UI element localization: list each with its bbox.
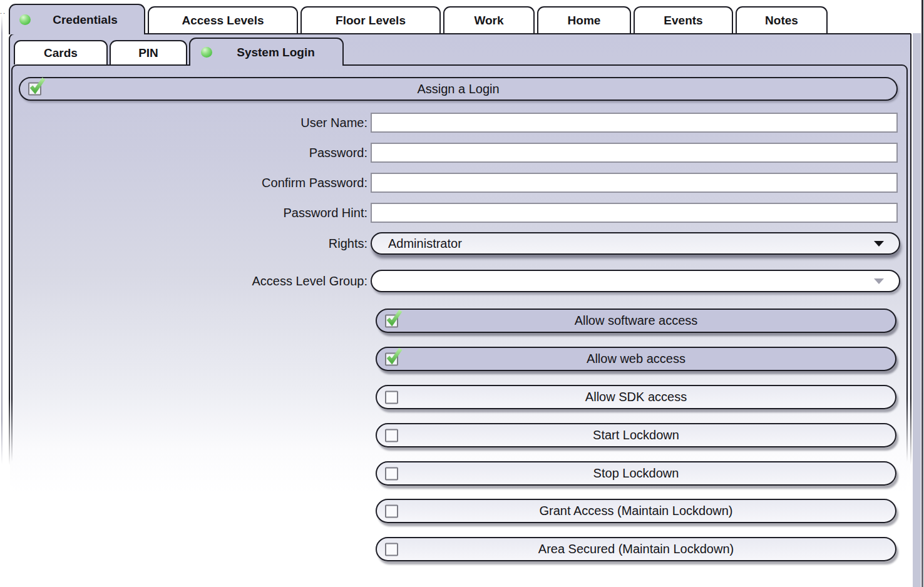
checkbox-icon <box>385 314 398 327</box>
status-dot-icon <box>19 14 31 25</box>
window-right-gutter <box>913 33 921 587</box>
tab-work[interactable]: Work <box>443 6 535 33</box>
checkbox-icon <box>385 543 398 556</box>
toggle-label: Area Secured (Maintain Lockdown) <box>538 542 734 556</box>
checkmark-icon <box>386 309 404 327</box>
window-right-border <box>921 0 923 587</box>
tab-floor-levels[interactable]: Floor Levels <box>300 6 441 33</box>
password-hint-label: Password Hint: <box>13 203 367 223</box>
allow-sdk-access-toggle[interactable]: Allow SDK access <box>376 385 896 409</box>
tab-access-levels[interactable]: Access Levels <box>148 6 298 33</box>
system-login-panel: Assign a Login User Name: Password: Conf… <box>11 64 908 587</box>
password-hint-input[interactable] <box>371 203 898 223</box>
main-tab-bar: Credentials Access Levels Floor Levels W… <box>9 4 828 33</box>
rights-dropdown[interactable]: Administrator <box>371 232 900 255</box>
start-lockdown-toggle[interactable]: Start Lockdown <box>376 423 896 447</box>
access-level-group-dropdown[interactable] <box>371 270 900 292</box>
allow-web-access-toggle[interactable]: Allow web access <box>376 347 896 371</box>
toggle-label: Allow web access <box>587 352 685 366</box>
checkbox-icon <box>385 504 398 518</box>
credentials-page-panel: Cards PIN System Login <box>9 33 911 587</box>
checkbox-icon <box>385 429 398 442</box>
toggle-label: Stop Lockdown <box>593 466 679 481</box>
checkbox-icon <box>385 352 398 365</box>
toggle-label: Allow SDK access <box>585 390 687 404</box>
confirm-password-input[interactable] <box>371 173 898 193</box>
area-secured-maintain-lockdown-toggle[interactable]: Area Secured (Maintain Lockdown) <box>376 537 896 561</box>
chevron-down-icon <box>874 241 884 247</box>
subtab-system-login[interactable]: System Login <box>189 38 344 66</box>
toggle-label: Allow software access <box>575 314 698 328</box>
subtab-label: System Login <box>237 46 315 59</box>
toggle-label: Start Lockdown <box>593 428 679 442</box>
tab-credentials[interactable]: Credentials <box>9 4 145 34</box>
checkmark-icon <box>386 347 404 365</box>
confirm-password-label: Confirm Password: <box>13 173 367 193</box>
credential-sub-tab-bar: Cards PIN System Login <box>14 38 344 64</box>
system-login-background: Assign a Login User Name: Password: Conf… <box>13 66 906 587</box>
access-level-group-label: Access Level Group: <box>13 270 367 292</box>
subtab-cards[interactable]: Cards <box>14 40 108 64</box>
rights-label: Rights: <box>13 232 367 255</box>
checkmark-icon <box>29 77 48 96</box>
tab-label: Notes <box>765 14 798 28</box>
tab-label: Home <box>568 14 601 28</box>
window-left-border <box>1 15 3 464</box>
tab-label: Work <box>474 14 503 28</box>
edge-artifact-dots: .. <box>0 8 6 15</box>
password-label: Password: <box>13 143 367 163</box>
stop-lockdown-toggle[interactable]: Stop Lockdown <box>376 461 896 486</box>
tab-label: Credentials <box>53 13 117 27</box>
assign-login-label: Assign a Login <box>417 82 499 96</box>
checkbox-icon <box>385 390 398 404</box>
tab-label: Access Levels <box>182 14 264 28</box>
tab-home[interactable]: Home <box>537 6 631 33</box>
chevron-down-icon <box>874 278 884 284</box>
grant-access-maintain-lockdown-toggle[interactable]: Grant Access (Maintain Lockdown) <box>376 499 896 523</box>
username-label: User Name: <box>13 113 367 133</box>
rights-selected-value: Administrator <box>388 237 462 251</box>
toggle-label: Grant Access (Maintain Lockdown) <box>539 504 732 518</box>
tab-label: Events <box>664 14 702 28</box>
checkbox-icon <box>28 83 41 96</box>
tab-label: Floor Levels <box>336 14 406 28</box>
allow-software-access-toggle[interactable]: Allow software access <box>376 309 896 333</box>
tab-notes[interactable]: Notes <box>736 6 828 33</box>
assign-login-toggle-button[interactable]: Assign a Login <box>19 77 898 101</box>
password-input[interactable] <box>371 143 898 163</box>
subtab-label: Cards <box>44 46 78 60</box>
username-input[interactable] <box>371 113 898 133</box>
subtab-label: PIN <box>138 46 158 60</box>
checkbox-icon <box>385 467 398 480</box>
credentials-page-background: Cards PIN System Login <box>10 34 910 587</box>
subtab-pin[interactable]: PIN <box>110 40 187 64</box>
tab-events[interactable]: Events <box>634 6 733 33</box>
app-window: { "window": { "edge_artifact": ".." }, "… <box>0 0 924 587</box>
status-dot-icon <box>201 47 212 58</box>
